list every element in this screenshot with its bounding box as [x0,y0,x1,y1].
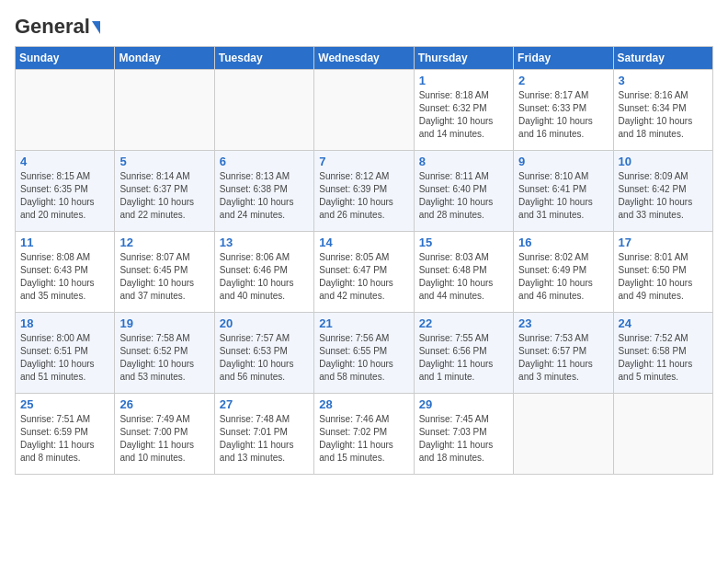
calendar-cell: 26Sunrise: 7:49 AM Sunset: 7:00 PM Dayli… [115,394,214,475]
day-number: 15 [419,236,508,249]
weekday-header-saturday: Saturday [613,47,712,70]
day-info: Sunrise: 8:05 AM Sunset: 6:47 PM Dayligh… [319,251,408,303]
calendar-cell: 3Sunrise: 8:16 AM Sunset: 6:34 PM Daylig… [613,70,712,151]
day-number: 14 [319,236,408,249]
page-header: General [15,15,713,39]
weekday-header-monday: Monday [115,47,214,70]
day-number: 27 [220,397,309,411]
calendar-cell: 27Sunrise: 7:48 AM Sunset: 7:01 PM Dayli… [214,394,313,475]
calendar-cell: 10Sunrise: 8:09 AM Sunset: 6:42 PM Dayli… [613,151,712,232]
day-number: 5 [119,155,209,168]
day-number: 29 [419,397,508,411]
day-number: 6 [220,155,309,168]
day-number: 21 [319,316,408,330]
calendar-cell: 11Sunrise: 8:08 AM Sunset: 6:43 PM Dayli… [16,232,115,313]
day-info: Sunrise: 8:09 AM Sunset: 6:42 PM Dayligh… [619,170,708,222]
day-info: Sunrise: 7:49 AM Sunset: 7:00 PM Dayligh… [119,413,209,465]
day-number: 12 [119,236,209,249]
calendar-cell: 12Sunrise: 8:07 AM Sunset: 6:45 PM Dayli… [115,232,214,313]
calendar-cell: 23Sunrise: 7:53 AM Sunset: 6:57 PM Dayli… [514,313,613,394]
calendar-cell: 18Sunrise: 8:00 AM Sunset: 6:51 PM Dayli… [16,313,115,394]
day-info: Sunrise: 7:52 AM Sunset: 6:58 PM Dayligh… [619,332,708,384]
day-info: Sunrise: 8:17 AM Sunset: 6:33 PM Dayligh… [518,89,608,141]
day-number: 2 [518,74,608,87]
day-info: Sunrise: 8:07 AM Sunset: 6:45 PM Dayligh… [119,251,209,303]
day-info: Sunrise: 7:45 AM Sunset: 7:03 PM Dayligh… [419,413,508,465]
day-info: Sunrise: 8:01 AM Sunset: 6:50 PM Dayligh… [619,251,708,303]
day-number: 26 [119,397,209,411]
day-info: Sunrise: 7:57 AM Sunset: 6:53 PM Dayligh… [220,332,309,384]
calendar-cell [514,394,613,475]
calendar-cell: 21Sunrise: 7:56 AM Sunset: 6:55 PM Dayli… [314,313,414,394]
day-info: Sunrise: 8:18 AM Sunset: 6:32 PM Dayligh… [419,89,508,141]
calendar-cell: 1Sunrise: 8:18 AM Sunset: 6:32 PM Daylig… [414,70,513,151]
day-info: Sunrise: 8:11 AM Sunset: 6:40 PM Dayligh… [419,170,508,222]
weekday-header-wednesday: Wednesday [314,47,414,70]
calendar-cell: 13Sunrise: 8:06 AM Sunset: 6:46 PM Dayli… [214,232,313,313]
calendar-cell: 25Sunrise: 7:51 AM Sunset: 6:59 PM Dayli… [16,394,115,475]
calendar-cell: 5Sunrise: 8:14 AM Sunset: 6:37 PM Daylig… [115,151,214,232]
day-number: 9 [518,155,608,168]
day-number: 1 [419,74,508,87]
calendar-cell: 19Sunrise: 7:58 AM Sunset: 6:52 PM Dayli… [115,313,214,394]
day-number: 7 [319,155,408,168]
calendar-cell: 22Sunrise: 7:55 AM Sunset: 6:56 PM Dayli… [414,313,513,394]
calendar-cell: 29Sunrise: 7:45 AM Sunset: 7:03 PM Dayli… [414,394,513,475]
day-info: Sunrise: 8:16 AM Sunset: 6:34 PM Dayligh… [619,89,708,141]
calendar-cell [214,70,313,151]
day-number: 20 [220,316,309,330]
weekday-header-tuesday: Tuesday [214,47,313,70]
day-info: Sunrise: 8:15 AM Sunset: 6:35 PM Dayligh… [20,170,109,222]
logo-arrow-icon [92,21,100,34]
day-info: Sunrise: 8:14 AM Sunset: 6:37 PM Dayligh… [119,170,209,222]
calendar-cell: 9Sunrise: 8:10 AM Sunset: 6:41 PM Daylig… [514,151,613,232]
day-info: Sunrise: 8:02 AM Sunset: 6:49 PM Dayligh… [518,251,608,303]
weekday-header-thursday: Thursday [414,47,513,70]
logo: General [15,15,100,39]
day-number: 4 [20,155,109,168]
day-number: 25 [20,397,109,411]
day-number: 23 [518,316,608,330]
day-info: Sunrise: 8:03 AM Sunset: 6:48 PM Dayligh… [419,251,508,303]
calendar-cell: 14Sunrise: 8:05 AM Sunset: 6:47 PM Dayli… [314,232,414,313]
day-number: 16 [518,236,608,249]
day-info: Sunrise: 8:13 AM Sunset: 6:38 PM Dayligh… [220,170,309,222]
calendar-cell: 4Sunrise: 8:15 AM Sunset: 6:35 PM Daylig… [16,151,115,232]
day-info: Sunrise: 8:06 AM Sunset: 6:46 PM Dayligh… [220,251,309,303]
day-info: Sunrise: 7:56 AM Sunset: 6:55 PM Dayligh… [319,332,408,384]
day-number: 22 [419,316,508,330]
day-info: Sunrise: 8:10 AM Sunset: 6:41 PM Dayligh… [518,170,608,222]
day-info: Sunrise: 8:00 AM Sunset: 6:51 PM Dayligh… [20,332,109,384]
calendar-cell: 7Sunrise: 8:12 AM Sunset: 6:39 PM Daylig… [314,151,414,232]
day-number: 3 [619,74,708,87]
day-number: 28 [319,397,408,411]
calendar-cell: 2Sunrise: 8:17 AM Sunset: 6:33 PM Daylig… [514,70,613,151]
calendar-cell [115,70,214,151]
day-number: 24 [619,316,708,330]
calendar-cell [613,394,712,475]
calendar-cell: 24Sunrise: 7:52 AM Sunset: 6:58 PM Dayli… [613,313,712,394]
day-number: 17 [619,236,708,249]
calendar-table: SundayMondayTuesdayWednesdayThursdayFrid… [15,46,713,475]
logo-general: General [15,15,90,39]
calendar-cell: 28Sunrise: 7:46 AM Sunset: 7:02 PM Dayli… [314,394,414,475]
calendar-cell [314,70,414,151]
calendar-cell: 17Sunrise: 8:01 AM Sunset: 6:50 PM Dayli… [613,232,712,313]
calendar-cell: 16Sunrise: 8:02 AM Sunset: 6:49 PM Dayli… [514,232,613,313]
calendar-cell: 15Sunrise: 8:03 AM Sunset: 6:48 PM Dayli… [414,232,513,313]
day-info: Sunrise: 8:12 AM Sunset: 6:39 PM Dayligh… [319,170,408,222]
weekday-header-friday: Friday [514,47,613,70]
weekday-header-sunday: Sunday [16,47,115,70]
day-info: Sunrise: 7:58 AM Sunset: 6:52 PM Dayligh… [119,332,209,384]
day-number: 11 [20,236,109,249]
day-info: Sunrise: 7:51 AM Sunset: 6:59 PM Dayligh… [20,413,109,465]
day-number: 10 [619,155,708,168]
calendar-cell: 20Sunrise: 7:57 AM Sunset: 6:53 PM Dayli… [214,313,313,394]
day-info: Sunrise: 8:08 AM Sunset: 6:43 PM Dayligh… [20,251,109,303]
day-number: 13 [220,236,309,249]
day-info: Sunrise: 7:53 AM Sunset: 6:57 PM Dayligh… [518,332,608,384]
day-number: 19 [119,316,209,330]
day-number: 8 [419,155,508,168]
day-info: Sunrise: 7:55 AM Sunset: 6:56 PM Dayligh… [419,332,508,384]
day-info: Sunrise: 7:48 AM Sunset: 7:01 PM Dayligh… [220,413,309,465]
